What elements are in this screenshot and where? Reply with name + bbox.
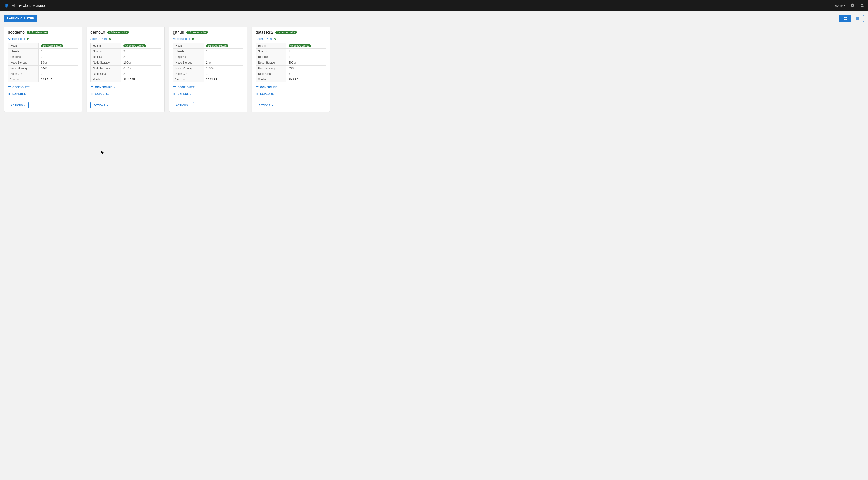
explore-link[interactable]: EXPLORE xyxy=(255,93,326,96)
list-view-button[interactable] xyxy=(851,15,864,22)
metrics-table: Health 6/6 checks passed Shards 1 Replic… xyxy=(8,43,78,82)
replicas-value: 1 xyxy=(286,54,326,60)
app-title: Altinity Cloud Manager xyxy=(12,4,46,7)
row-label-memory: Node Memory xyxy=(91,66,121,71)
row-label-shards: Shards xyxy=(173,48,204,54)
actions-button[interactable]: ACTIONS xyxy=(8,102,29,108)
chevron-down-icon xyxy=(189,105,191,106)
explore-label: EXPLORE xyxy=(95,93,109,96)
row-label-storage: Node Storage xyxy=(8,60,39,66)
row-label-storage: Node Storage xyxy=(256,60,286,66)
toolbar: LAUNCH CLUSTER xyxy=(0,11,868,22)
svg-rect-2 xyxy=(844,17,845,18)
current-user-label: demo xyxy=(835,4,843,7)
configure-label: CONFIGURE xyxy=(95,85,113,89)
cluster-name: docdemo xyxy=(8,30,25,35)
row-label-replicas: Replicas xyxy=(173,54,204,60)
chevron-down-icon xyxy=(106,105,108,106)
replicas-value: 2 xyxy=(39,54,78,60)
row-label-replicas: Replicas xyxy=(8,54,39,60)
health-checks-pill: 6/6 checks passed xyxy=(123,44,146,47)
configure-link[interactable]: CONFIGURE xyxy=(90,85,161,89)
svg-marker-20 xyxy=(174,93,176,95)
explore-link[interactable]: EXPLORE xyxy=(173,93,243,96)
memory-value: 6.5Gb xyxy=(121,66,161,71)
version-value: 20.8.7.15 xyxy=(121,77,161,82)
actions-label: ACTIONS xyxy=(176,104,188,107)
chevron-down-icon xyxy=(114,87,116,88)
row-label-version: Version xyxy=(8,77,39,82)
cluster-card: docdemo 2 / 2 nodes online Access Point … xyxy=(4,27,82,112)
version-value: 20.8.8.2 xyxy=(286,77,326,82)
chevron-down-icon xyxy=(279,87,281,88)
memory-value: 120Gb xyxy=(204,66,243,71)
metrics-table: Health 6/6 checks passed Shards 2 Replic… xyxy=(90,43,161,82)
nodes-online-pill: 4 / 4 nodes online xyxy=(107,31,129,34)
row-label-health: Health xyxy=(173,43,204,48)
row-label-cpu: Node CPU xyxy=(91,71,121,77)
brand[interactable]: Altinity Cloud Manager xyxy=(4,3,46,8)
cluster-name: demo10 xyxy=(90,30,105,35)
svg-marker-1 xyxy=(4,4,6,8)
access-point-link[interactable]: Access Point xyxy=(8,37,25,40)
shield-check-icon xyxy=(274,37,277,40)
storage-value: 1Tb xyxy=(204,60,243,66)
explore-label: EXPLORE xyxy=(178,93,191,96)
cpu-value: 32 xyxy=(204,71,243,77)
memory-value: 6.5Gb xyxy=(39,66,78,71)
configure-label: CONFIGURE xyxy=(178,85,195,89)
cluster-name: github xyxy=(173,30,184,35)
shield-check-icon xyxy=(109,37,112,40)
actions-label: ACTIONS xyxy=(93,104,105,107)
nodes-online-pill: 1 / 1 nodes online xyxy=(276,31,297,34)
configure-link[interactable]: CONFIGURE xyxy=(8,85,78,89)
explore-link[interactable]: EXPLORE xyxy=(90,93,161,96)
row-label-cpu: Node CPU xyxy=(256,71,286,77)
user-profile-icon[interactable] xyxy=(860,3,864,8)
shards-value: 1 xyxy=(286,48,326,54)
access-point-link[interactable]: Access Point xyxy=(255,37,273,40)
storage-value: 30Gb xyxy=(39,60,78,66)
health-checks-pill: 6/6 checks passed xyxy=(41,44,63,47)
shards-value: 2 xyxy=(121,48,161,54)
explore-label: EXPLORE xyxy=(260,93,274,96)
altinity-logo-icon xyxy=(4,3,9,8)
cluster-name: datasets2 xyxy=(255,30,273,35)
launch-cluster-button[interactable]: LAUNCH CLUSTER xyxy=(4,15,37,22)
row-label-health: Health xyxy=(256,43,286,48)
row-label-shards: Shards xyxy=(256,48,286,54)
cpu-value: 2 xyxy=(39,71,78,77)
configure-link[interactable]: CONFIGURE xyxy=(255,85,326,89)
actions-button[interactable]: ACTIONS xyxy=(255,102,276,108)
actions-button[interactable]: ACTIONS xyxy=(173,102,194,108)
version-value: 20.12.3.3 xyxy=(204,77,243,82)
settings-gear-icon[interactable] xyxy=(850,3,855,8)
row-label-version: Version xyxy=(91,77,121,82)
configure-label: CONFIGURE xyxy=(12,85,30,89)
access-point-link[interactable]: Access Point xyxy=(173,37,190,40)
cluster-card: datasets2 1 / 1 nodes online Access Poin… xyxy=(252,27,330,112)
access-point-link[interactable]: Access Point xyxy=(90,37,107,40)
row-label-replicas: Replicas xyxy=(91,54,121,60)
user-dropdown[interactable]: demo xyxy=(835,4,845,7)
actions-button[interactable]: ACTIONS xyxy=(90,102,111,108)
grid-view-button[interactable] xyxy=(839,15,851,22)
svg-rect-3 xyxy=(845,17,846,18)
chevron-down-icon xyxy=(196,87,198,88)
chevron-down-icon xyxy=(24,105,26,106)
version-value: 20.8.7.15 xyxy=(39,77,78,82)
row-label-memory: Node Memory xyxy=(8,66,39,71)
shards-value: 1 xyxy=(39,48,78,54)
chevron-down-icon xyxy=(31,87,33,88)
health-checks-pill: 6/6 checks passed xyxy=(206,44,228,47)
svg-marker-24 xyxy=(256,93,258,95)
row-label-health: Health xyxy=(91,43,121,48)
explore-link[interactable]: EXPLORE xyxy=(8,93,78,96)
configure-link[interactable]: CONFIGURE xyxy=(173,85,243,89)
svg-marker-12 xyxy=(9,93,11,95)
cluster-card-grid: docdemo 2 / 2 nodes online Access Point … xyxy=(0,22,868,116)
row-label-memory: Node Memory xyxy=(256,66,286,71)
row-label-shards: Shards xyxy=(8,48,39,54)
cpu-value: 8 xyxy=(286,71,326,77)
row-label-cpu: Node CPU xyxy=(173,71,204,77)
